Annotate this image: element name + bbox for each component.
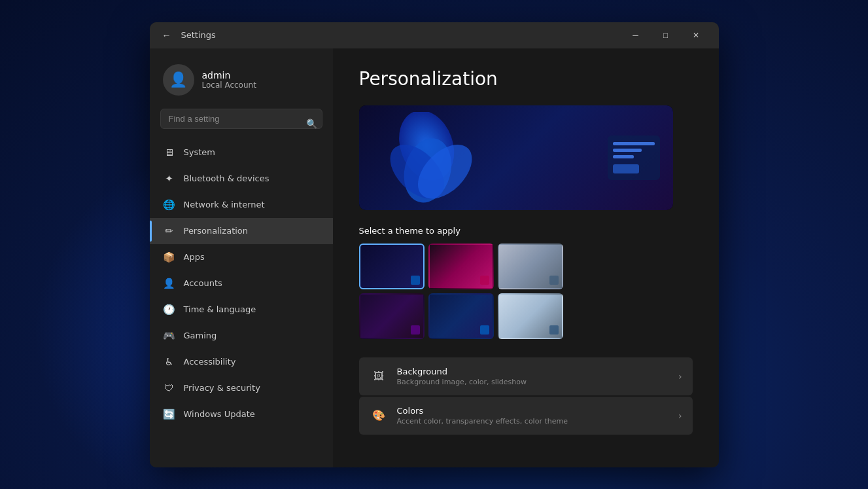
maximize-button[interactable]: □ bbox=[651, 25, 681, 46]
theme-card-pink[interactable] bbox=[428, 244, 494, 289]
background-chevron-icon: › bbox=[678, 371, 682, 382]
avatar: 👤 bbox=[163, 64, 194, 96]
user-role: Local Account bbox=[202, 81, 256, 90]
sidebar-item-label: Network & internet bbox=[184, 200, 265, 209]
background-title: Background bbox=[397, 367, 669, 376]
sidebar-item-network[interactable]: 🌐 Network & internet bbox=[150, 192, 333, 218]
theme-mini-icon bbox=[480, 276, 489, 285]
accounts-icon: 👤 bbox=[163, 277, 176, 290]
sidebar-item-accessibility[interactable]: ♿ Accessibility bbox=[150, 349, 333, 375]
personalization-icon: ✏️ bbox=[163, 225, 176, 238]
colors-row-text: Colors Accent color, transparency effect… bbox=[397, 406, 669, 426]
theme-mini-icon bbox=[411, 325, 420, 335]
bluetooth-icon: ✦ bbox=[163, 172, 176, 185]
user-info: admin Local Account bbox=[202, 70, 256, 90]
network-icon: 🌐 bbox=[163, 198, 176, 211]
sidebar-item-label: Windows Update bbox=[184, 409, 255, 419]
colors-title: Colors bbox=[397, 406, 669, 416]
apps-icon: 📦 bbox=[163, 251, 176, 264]
sidebar-item-label: Gaming bbox=[184, 331, 217, 340]
user-profile: 👤 admin Local Account bbox=[150, 59, 333, 109]
theme-mini-icon bbox=[480, 325, 489, 335]
titlebar-left: ← Settings bbox=[158, 26, 621, 45]
background-subtitle: Background image, color, slideshow bbox=[397, 378, 669, 386]
content-area: 👤 admin Local Account 🔍 🖥 System bbox=[150, 48, 719, 467]
sidebar-item-label: System bbox=[184, 147, 215, 157]
colors-subtitle: Accent color, transparency effects, colo… bbox=[397, 417, 669, 426]
close-button[interactable]: ✕ bbox=[681, 25, 711, 46]
taskbar-line-1 bbox=[613, 142, 655, 145]
nav-list: 🖥 System ✦ Bluetooth & devices 🌐 Network… bbox=[150, 139, 333, 457]
titlebar-controls: ─ □ ✕ bbox=[621, 25, 711, 46]
sidebar-item-privacy[interactable]: 🛡 Privacy & security bbox=[150, 375, 333, 401]
theme-preview-banner bbox=[359, 105, 673, 210]
sidebar-item-bluetooth[interactable]: ✦ Bluetooth & devices bbox=[150, 166, 333, 192]
sidebar-item-time[interactable]: 🕐 Time & language bbox=[150, 297, 333, 323]
privacy-icon: 🛡 bbox=[163, 382, 176, 395]
theme-mini-icon bbox=[549, 325, 559, 335]
theme-card-coastal[interactable] bbox=[498, 293, 563, 339]
theme-card-win11[interactable] bbox=[428, 293, 494, 339]
sidebar-item-apps[interactable]: 📦 Apps bbox=[150, 244, 333, 270]
user-name: admin bbox=[202, 70, 256, 81]
preview-inner bbox=[359, 105, 673, 210]
sidebar-item-system[interactable]: 🖥 System bbox=[150, 139, 333, 166]
windows-flower-decoration bbox=[379, 112, 483, 204]
accessibility-icon: ♿ bbox=[163, 355, 176, 369]
sidebar-item-label: Bluetooth & devices bbox=[184, 173, 269, 183]
theme-card-gray[interactable] bbox=[498, 244, 563, 289]
theme-section-title: Select a theme to apply bbox=[359, 226, 693, 236]
minimize-button[interactable]: ─ bbox=[621, 25, 651, 46]
sidebar-item-label: Accounts bbox=[184, 278, 222, 288]
sidebar: 👤 admin Local Account 🔍 🖥 System bbox=[150, 48, 333, 467]
taskbar-line-3 bbox=[613, 155, 634, 158]
settings-window: ← Settings ─ □ ✕ 👤 admin Local Account bbox=[150, 22, 719, 467]
settings-list: 🖼 Background Background image, color, sl… bbox=[359, 357, 693, 435]
sidebar-item-label: Apps bbox=[184, 252, 205, 262]
page-title: Personalization bbox=[359, 68, 693, 90]
search-input[interactable] bbox=[160, 109, 322, 129]
settings-row-background[interactable]: 🖼 Background Background image, color, sl… bbox=[359, 357, 693, 395]
sidebar-item-update[interactable]: 🔄 Windows Update bbox=[150, 401, 333, 427]
gaming-icon: 🎮 bbox=[163, 329, 176, 342]
theme-mini-icon bbox=[549, 276, 559, 285]
system-icon: 🖥 bbox=[163, 146, 176, 159]
sidebar-item-personalization[interactable]: ✏️ Personalization bbox=[150, 218, 333, 244]
sidebar-item-accounts[interactable]: 👤 Accounts bbox=[150, 270, 333, 297]
theme-card-purple-dark[interactable] bbox=[359, 293, 425, 339]
titlebar: ← Settings ─ □ ✕ bbox=[150, 22, 719, 48]
time-icon: 🕐 bbox=[163, 303, 176, 316]
sidebar-item-label: Personalization bbox=[184, 226, 249, 236]
settings-row-colors[interactable]: 🎨 Colors Accent color, transparency effe… bbox=[359, 397, 693, 435]
search-container: 🔍 bbox=[150, 109, 333, 139]
taskbar-line-2 bbox=[613, 149, 642, 152]
preview-taskbar bbox=[608, 136, 660, 180]
theme-mini-icon bbox=[411, 276, 420, 285]
theme-grid bbox=[359, 244, 693, 339]
background-row-text: Background Background image, color, slid… bbox=[397, 367, 669, 386]
back-button[interactable]: ← bbox=[158, 26, 176, 45]
sidebar-item-label: Privacy & security bbox=[184, 383, 260, 393]
sidebar-item-label: Accessibility bbox=[184, 357, 236, 367]
app-title: Settings bbox=[181, 30, 216, 40]
search-icon[interactable]: 🔍 bbox=[306, 118, 317, 129]
colors-icon: 🎨 bbox=[370, 407, 388, 425]
sidebar-item-label: Time & language bbox=[184, 304, 256, 314]
background-icon: 🖼 bbox=[370, 367, 388, 386]
taskbar-btn bbox=[613, 164, 639, 173]
main-content: Personalization bbox=[333, 48, 719, 467]
update-icon: 🔄 bbox=[163, 408, 176, 421]
sidebar-item-gaming[interactable]: 🎮 Gaming bbox=[150, 323, 333, 349]
colors-chevron-icon: › bbox=[678, 410, 682, 421]
theme-card-dark-blue[interactable] bbox=[359, 244, 425, 289]
